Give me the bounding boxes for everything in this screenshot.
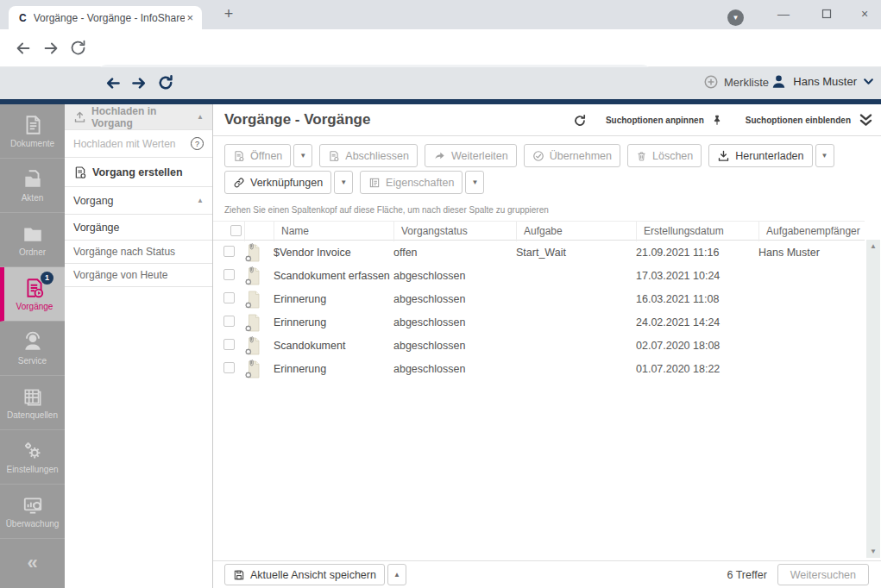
user-name: Hans Muster [793, 75, 857, 88]
nav-upload-header-label: Hochladen in Vorgang [91, 105, 186, 129]
sidebar-item-einstellungen[interactable]: Einstellungen [0, 430, 65, 485]
merkliste-button[interactable]: Merkliste [703, 74, 769, 90]
cell-name: Erinnerung [274, 293, 393, 305]
new-tab-button[interactable]: + [217, 3, 240, 26]
column-header-aufgabenempfaenger[interactable]: Aufgabenempfänger [758, 222, 865, 241]
browser-forward-icon[interactable] [41, 39, 60, 58]
sidebar-collapse-icon[interactable]: « [0, 539, 65, 586]
refresh-icon[interactable] [573, 114, 587, 128]
open-dropdown-button[interactable]: ▼ [293, 144, 312, 167]
sidebar-item-dokumente[interactable]: Dokumente [0, 104, 65, 159]
window-close-button[interactable]: × [847, 0, 881, 28]
column-header-erstellungsdatum[interactable]: Erstellungsdatum [636, 222, 758, 241]
double-chevron-down-icon[interactable] [858, 112, 874, 128]
table-row[interactable]: Erinnerungabgeschlossen16.03.2021 11:08 [213, 287, 865, 310]
row-checkbox[interactable] [223, 316, 235, 327]
scroll-down-icon[interactable]: ▼ [870, 547, 877, 555]
row-checkbox[interactable] [223, 246, 235, 257]
cell-created: 01.07.2020 18:22 [636, 363, 758, 375]
save-view-button[interactable]: Aktuelle Ansicht speichern [224, 564, 385, 585]
tab-title: Vorgänge - Vorgänge - InfoShare [34, 12, 186, 24]
sidebar-item-ueberwachung[interactable]: Überwachung [0, 485, 65, 539]
sidebar-item-label: Dokumente [10, 139, 54, 148]
sidebar-item-vorgaenge[interactable]: 1 Vorgänge [0, 267, 65, 322]
icon-column-header[interactable] [244, 222, 274, 241]
table-body: $Vendor InvoiceoffenStart_Wait21.09.2021… [213, 241, 881, 380]
open-button[interactable]: Öffnen [224, 144, 291, 167]
collapse-up-icon[interactable]: ▲ [197, 113, 204, 121]
download-dropdown-button[interactable]: ▼ [815, 144, 834, 167]
group-by-hint: Ziehen Sie einen Spaltenkopf auf diese F… [224, 205, 881, 215]
cell-status: abgeschlossen [393, 270, 516, 282]
nav-item-vorgaenge[interactable]: Vorgänge [65, 215, 212, 241]
trash-icon [636, 150, 647, 162]
pin-search-options-label[interactable]: Suchoptionen anpinnen [606, 116, 704, 125]
delete-button[interactable]: Löschen [627, 144, 702, 167]
app-back-icon[interactable] [104, 74, 122, 92]
cell-name: Erinnerung [274, 316, 393, 328]
window-minimize-button[interactable]: — [766, 0, 801, 28]
table-row[interactable]: Scandokumentabgeschlossen02.07.2020 18:0… [213, 334, 865, 357]
row-checkbox[interactable] [223, 269, 235, 280]
sidebar-item-ordner[interactable]: Ordner [0, 213, 65, 267]
column-header-status[interactable]: Vorgangstatus [393, 222, 516, 241]
browser-update-icon[interactable]: ▼ [727, 9, 744, 26]
nav-upload-header[interactable]: Hochladen in Vorgang ▲ [65, 104, 212, 130]
nav-section-label: Vorgang [73, 195, 114, 207]
user-menu[interactable]: Hans Muster [771, 73, 874, 90]
nav-item-label: Vorgänge nach Status [73, 246, 175, 258]
nav-item-vorgaenge-nach-status[interactable]: Vorgänge nach Status [65, 241, 212, 264]
nav-create-vorgang[interactable]: Vorgang erstellen [65, 158, 212, 187]
merkliste-label: Merkliste [724, 76, 769, 89]
table-row[interactable]: Erinnerungabgeschlossen01.07.2020 18:22 [213, 357, 865, 380]
app-forward-icon[interactable] [130, 74, 148, 92]
nav-item-vorgaenge-von-heute[interactable]: Vorgänge von Heute [65, 264, 212, 287]
finish-button[interactable]: Abschliessen [319, 144, 418, 167]
browser-tab[interactable]: C Vorgänge - Vorgänge - InfoShare × [9, 6, 202, 29]
browser-back-icon[interactable] [14, 39, 33, 58]
column-header-aufgabe[interactable]: Aufgabe [516, 222, 636, 241]
show-search-options-label[interactable]: Suchoptionen einblenden [746, 116, 851, 125]
pin-icon[interactable] [711, 114, 723, 127]
window-maximize-button[interactable] [809, 0, 844, 28]
nav-section-vorgang[interactable]: Vorgang ▲ [65, 187, 212, 215]
nav-item-label: Vorgänge [73, 222, 120, 234]
links-button[interactable]: Verknüpfungen [224, 171, 331, 194]
download-button[interactable]: Herunterladen [708, 144, 812, 167]
column-header-name[interactable]: Name [274, 222, 393, 241]
cell-status: abgeschlossen [393, 340, 516, 352]
table-row[interactable]: $Vendor InvoiceoffenStart_Wait21.09.2021… [213, 241, 865, 264]
sidebar-item-service[interactable]: Service [0, 322, 65, 376]
select-all-checkbox[interactable] [230, 225, 242, 236]
properties-dropdown-button[interactable]: ▼ [465, 171, 484, 194]
collapse-up-icon[interactable]: ▲ [197, 197, 204, 204]
content-footer: Aktuelle Ansicht speichern ▲ 6 Treffer W… [213, 560, 881, 588]
tab-close-icon[interactable]: × [185, 11, 195, 24]
links-dropdown-button[interactable]: ▼ [334, 171, 353, 194]
cell-status: abgeschlossen [393, 316, 516, 328]
table-row[interactable]: Scandokument erfassenabgeschlossen17.03.… [213, 264, 865, 287]
sidebar-item-datenquellen[interactable]: Datenquellen [0, 376, 65, 430]
properties-button[interactable]: Eigenschaften [360, 171, 463, 194]
app-reload-icon[interactable] [157, 74, 175, 92]
row-checkbox[interactable] [223, 292, 235, 303]
scroll-up-icon[interactable]: ▲ [870, 242, 877, 250]
cell-created: 21.09.2021 11:16 [636, 247, 758, 259]
sidebar-item-akten[interactable]: Akten [0, 159, 65, 213]
download-icon [717, 149, 730, 162]
sidebar-item-label: Service [18, 356, 47, 366]
browser-reload-icon[interactable] [69, 39, 88, 58]
nav-upload-values-label: Hochladen mit Werten [73, 138, 176, 150]
sidebar-item-label: Ordner [19, 247, 46, 257]
nav-upload-values[interactable]: Hochladen mit Werten ? [65, 130, 212, 158]
row-checkbox[interactable] [223, 362, 235, 373]
help-icon[interactable]: ? [191, 137, 204, 150]
save-view-dropdown-button[interactable]: ▲ [387, 564, 406, 585]
table-row[interactable]: Erinnerungabgeschlossen24.02.2021 14:24 [213, 310, 865, 334]
sidebar-item-label: Einstellungen [6, 465, 58, 474]
row-checkbox[interactable] [223, 339, 235, 350]
table-scrollbar[interactable]: ▲ ▼ [866, 240, 880, 558]
forward-button[interactable]: Weiterleiten [425, 144, 517, 167]
continue-search-button[interactable]: Weitersuchen [777, 564, 869, 585]
accept-button[interactable]: Übernehmen [524, 144, 620, 167]
